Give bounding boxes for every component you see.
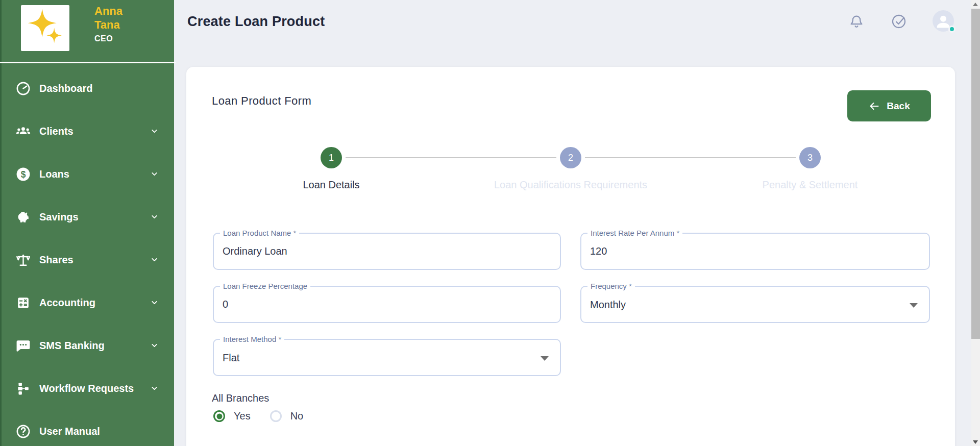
loans-icon: $	[15, 166, 31, 182]
page-title: Create Loan Product	[187, 14, 325, 30]
main-area: Create Loan Product Loan Product Form Ba…	[174, 0, 980, 446]
sidebar-item-label: Savings	[39, 211, 79, 223]
sidebar-item-label: Loans	[39, 168, 69, 180]
dropdown-caret-icon	[541, 356, 549, 361]
chevron-down-icon	[150, 256, 159, 264]
online-status-dot	[948, 26, 955, 33]
sidebar-item-label: Clients	[39, 126, 74, 137]
sidebar-nav: Dashboard Clients	[2, 67, 174, 446]
notifications-button[interactable]	[848, 13, 865, 30]
interest-rate-input[interactable]	[590, 234, 907, 269]
interest-method-value: Flat	[223, 352, 239, 363]
vertical-scrollbar[interactable]	[971, 0, 980, 446]
user-avatar[interactable]	[933, 10, 954, 32]
scrollbar-thumb[interactable]	[971, 9, 980, 339]
loan-freeze-input[interactable]	[223, 287, 538, 322]
sidebar-item-label: Shares	[39, 254, 74, 266]
workflow-icon	[15, 381, 31, 397]
frequency-value: Monthly	[590, 299, 626, 310]
step-2-circle[interactable]: 2	[560, 147, 581, 168]
sidebar-item-accounting[interactable]: Accounting	[2, 281, 174, 324]
sidebar: Anna Tana CEO Dashboard	[0, 0, 174, 446]
step-1-circle[interactable]: 1	[321, 147, 342, 168]
clients-icon	[15, 123, 31, 139]
radio-yes[interactable]	[213, 410, 225, 422]
sidebar-item-loans[interactable]: $ Loans	[2, 153, 174, 195]
chevron-down-icon	[150, 170, 159, 179]
svg-text:$: $	[21, 169, 26, 179]
chevron-down-icon	[150, 341, 159, 350]
sidebar-item-label: Workflow Requests	[39, 383, 134, 394]
chevron-down-icon	[150, 384, 159, 393]
loan-product-name-input[interactable]	[223, 234, 538, 269]
sidebar-divider	[0, 62, 176, 63]
check-circle-icon	[891, 13, 907, 30]
frequency-label: Frequency *	[587, 282, 635, 290]
sidebar-item-shares[interactable]: Shares	[2, 238, 174, 281]
loan-product-name-field[interactable]: Loan Product Name *	[213, 233, 561, 270]
dashboard-icon	[15, 81, 31, 96]
sidebar-item-clients[interactable]: Clients	[2, 110, 174, 153]
chevron-down-icon	[150, 127, 159, 136]
bell-icon	[848, 13, 865, 30]
chevron-down-icon	[150, 213, 159, 221]
sidebar-item-sms-banking[interactable]: SMS Banking	[2, 324, 174, 367]
step-3-label: Penalty & Settlement	[763, 179, 858, 191]
step-1-label: Loan Details	[303, 179, 359, 191]
sidebar-item-label: SMS Banking	[39, 340, 105, 352]
all-branches-radio-group: Yes No	[213, 410, 303, 422]
interest-rate-field[interactable]: Interest Rate Per Annum *	[580, 233, 930, 270]
radio-no[interactable]	[270, 410, 282, 422]
sidebar-item-user-manual[interactable]: User Manual	[2, 410, 174, 446]
frequency-select[interactable]: Frequency * Monthly	[580, 286, 930, 323]
accounting-icon	[15, 295, 31, 311]
sidebar-item-savings[interactable]: Savings	[2, 195, 174, 238]
sidebar-item-dashboard[interactable]: Dashboard	[2, 67, 174, 110]
user-role: CEO	[94, 34, 122, 43]
user-last-name: Tana	[94, 18, 122, 32]
stepper-connector	[585, 157, 796, 158]
radio-yes-label: Yes	[234, 410, 251, 422]
form-title: Loan Product Form	[212, 94, 311, 108]
user-first-name: Anna	[94, 4, 122, 18]
loan-freeze-field[interactable]: Loan Freeze Percentage	[213, 286, 561, 323]
help-icon	[15, 424, 31, 439]
back-button-label: Back	[887, 101, 910, 112]
radio-no-label: No	[290, 410, 304, 422]
dropdown-caret-icon	[910, 303, 918, 308]
arrow-left-icon	[868, 100, 880, 112]
chevron-down-icon	[150, 299, 159, 307]
app-logo[interactable]	[21, 5, 69, 51]
sms-banking-icon	[15, 338, 31, 354]
all-branches-label: All Branches	[212, 392, 269, 404]
loan-product-form-card: Loan Product Form Back 1 2 3 Loan Detail…	[186, 67, 955, 446]
scroll-up-arrow-icon[interactable]	[973, 3, 978, 6]
back-button[interactable]: Back	[847, 90, 931, 121]
tasks-button[interactable]	[891, 13, 907, 30]
sparkle-logo-icon	[26, 7, 65, 49]
shares-icon	[15, 252, 31, 268]
interest-method-label: Interest Method *	[220, 335, 284, 343]
interest-method-select[interactable]: Interest Method * Flat	[213, 339, 561, 376]
sidebar-item-label: User Manual	[39, 426, 100, 437]
sidebar-item-label: Dashboard	[39, 83, 92, 94]
stepper-connector	[346, 157, 556, 158]
step-2-label: Loan Qualifications Requirements	[494, 179, 647, 191]
sidebar-item-label: Accounting	[39, 297, 95, 309]
scroll-down-arrow-icon[interactable]	[973, 440, 978, 444]
savings-icon	[15, 209, 31, 225]
step-3-circle[interactable]: 3	[799, 147, 821, 168]
sidebar-item-workflow-requests[interactable]: Workflow Requests	[2, 367, 174, 410]
user-block: Anna Tana CEO	[94, 4, 122, 43]
